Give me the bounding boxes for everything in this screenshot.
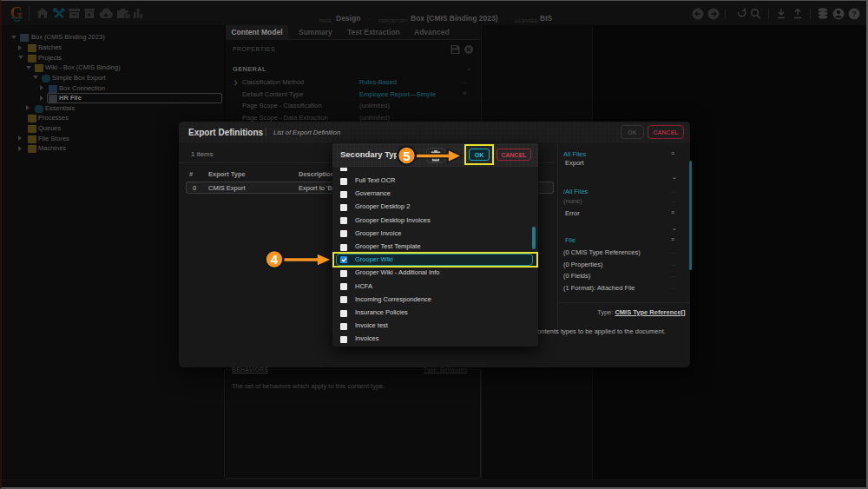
svg-text:5: 5 bbox=[403, 149, 410, 163]
svg-text:?: ? bbox=[852, 10, 857, 18]
svg-text:4: 4 bbox=[271, 252, 279, 267]
